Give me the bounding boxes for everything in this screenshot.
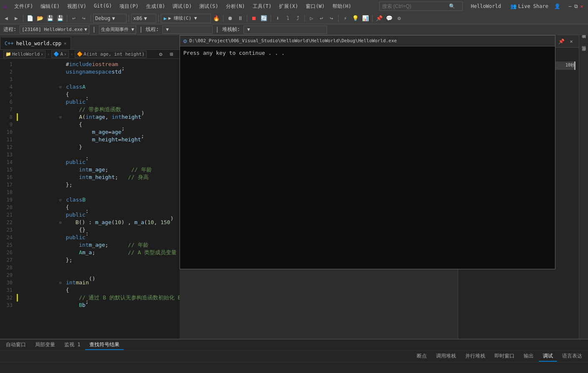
bottom-tab2-breakpoints[interactable]: 断点: [413, 352, 431, 362]
console-body: Press any key to continue . . .: [180, 46, 555, 269]
breadcrumb-class2[interactable]: 🔷 A ›: [51, 51, 68, 58]
thread-dropdown[interactable]: ▼: [162, 26, 213, 34]
step-into-button[interactable]: ⤵: [283, 14, 292, 23]
bottom-tab2-immediate[interactable]: 即时窗口: [490, 352, 519, 362]
settings-toolbar-button[interactable]: ⚙: [395, 14, 404, 23]
search-box[interactable]: 🔍: [379, 2, 463, 11]
split-editor-button[interactable]: ⊞: [167, 50, 176, 59]
memory-button[interactable]: 💡: [351, 14, 360, 23]
toolbar-sep3: [91, 15, 91, 22]
bottom-tab2-output[interactable]: 输出: [520, 352, 538, 362]
bottom-tab-watch[interactable]: 监视 1: [60, 340, 84, 350]
continue-button[interactable]: ▶ ▶ 继续(C) ▼: [161, 14, 211, 23]
menu-help[interactable]: 帮助(H): [329, 2, 355, 11]
toolbar-sep8: [271, 15, 271, 22]
process-dropdown[interactable]: [23168] HelloWorld.exe ▼: [20, 26, 89, 34]
back-button[interactable]: ◀: [2, 14, 11, 23]
breadcrumb-class[interactable]: 📁 HelloWorld ›: [3, 51, 46, 58]
live-share-button[interactable]: 👥 Live Share: [508, 3, 551, 10]
step-out-button[interactable]: ⤴: [293, 14, 302, 23]
close-button[interactable]: ✕: [579, 3, 585, 9]
console-window[interactable]: ⚙ D:\002_Project\006_Visual_Studio\Hello…: [180, 35, 555, 269]
line-num-31: 31: [2, 286, 15, 294]
breadcrumb-sep1: ›: [47, 51, 50, 57]
search-input[interactable]: [382, 3, 449, 9]
code-line-2: using namespace std;: [17, 68, 180, 76]
lifecycle-dropdown[interactable]: 生命周期事件 ▼: [99, 26, 136, 34]
menu-view[interactable]: 视图(V): [64, 2, 90, 11]
toolbar-sep5: [158, 15, 159, 22]
bottom-area: 自动窗口 局部变量 监视 1 查找符号结果 断点 调用堆栈 并行堆栈 即时窗口 …: [0, 339, 588, 373]
breadcrumb-method[interactable]: 🔶 A(int age, int height): [75, 51, 147, 58]
far-right-tab-bp[interactable]: 断点配置: [580, 50, 588, 58]
toolbar-sep6: [223, 15, 223, 22]
menu-build[interactable]: 生成(B): [143, 2, 169, 11]
menu-test[interactable]: 测试(S): [196, 2, 222, 11]
live-share-icon: 👥: [510, 3, 517, 9]
console-titlebar: ⚙ D:\002_Project\006_Visual_Studio\Hello…: [180, 36, 555, 46]
undo-button[interactable]: ↩: [69, 14, 79, 23]
restart-button[interactable]: 🔄: [259, 14, 269, 23]
pause-record-button[interactable]: ⏸: [236, 14, 245, 23]
run-cursor-button[interactable]: ▷: [307, 14, 316, 23]
restore-button[interactable]: ⧉: [573, 3, 579, 9]
debug-config-arrow: ▼: [112, 15, 115, 21]
menu-git[interactable]: Git(G): [91, 2, 115, 11]
performance-button[interactable]: ⚡: [341, 14, 350, 23]
debug-config-dropdown[interactable]: Debug ▼: [93, 14, 127, 23]
far-right-tab-perf[interactable]: 性能探查器: [580, 37, 588, 46]
save-all-button[interactable]: 💾: [56, 14, 65, 23]
process-value: [23168] HelloWorld.exe: [22, 27, 83, 32]
menu-project[interactable]: 项目(P): [116, 2, 142, 11]
menu-analyze[interactable]: 分析(N): [223, 2, 248, 11]
redo-button[interactable]: ↪: [79, 14, 89, 23]
comment-button[interactable]: 💬: [385, 14, 394, 23]
new-file-button[interactable]: 📄: [25, 14, 35, 23]
line-num-29: 29: [2, 271, 15, 279]
fire-button[interactable]: 🔥: [212, 14, 221, 23]
cpu-button[interactable]: 📊: [361, 14, 370, 23]
diag-close-button[interactable]: ✕: [567, 37, 575, 46]
menu-tools[interactable]: 工具(T): [249, 2, 275, 11]
bottom-tab-find-symbol[interactable]: 查找符号结果: [85, 340, 124, 350]
bottom-tab2-callstack[interactable]: 调用堆栈: [432, 352, 460, 362]
account-icon[interactable]: 👤: [554, 3, 560, 9]
bottom-tab2-parallel[interactable]: 并行堆栈: [461, 352, 489, 362]
line-num-22: 22: [2, 219, 15, 226]
forward-button[interactable]: ▶: [12, 14, 21, 23]
platform-dropdown[interactable]: x86 ▼: [131, 14, 156, 23]
editor-settings-button[interactable]: ⚙: [156, 50, 165, 59]
forward-trace-button[interactable]: ↪: [327, 14, 336, 23]
bottom-tab-locals[interactable]: 局部变量: [31, 340, 59, 350]
bottom-tab2-language[interactable]: 语言表达: [558, 352, 586, 362]
menu-extensions[interactable]: 扩展(X): [276, 2, 302, 11]
diagnostics-progress-indicator: [574, 61, 575, 70]
bottom-tab2-debug[interactable]: 调试: [539, 352, 557, 362]
record-button[interactable]: ⏺: [226, 14, 235, 23]
backtrace-button[interactable]: ↩: [317, 14, 326, 23]
diag-pin-button[interactable]: 📌: [557, 37, 565, 46]
minimize-button[interactable]: —: [567, 3, 573, 9]
code-content[interactable]: #include iostream using namespace std; ⊟…: [17, 59, 180, 339]
code-editor[interactable]: 1 2 3 4 5 6 7 8 9 10 11 12 13 14 15 16 1…: [0, 59, 180, 339]
process-bar: 进程: [23168] HelloWorld.exe ▼ │ 生命周期事件 ▼ …: [0, 24, 588, 35]
line-num-3: 3: [2, 76, 15, 83]
menu-edit[interactable]: 编辑(E): [37, 2, 63, 11]
thread-dropdown-arrow: ▼: [166, 27, 169, 32]
step-over-button[interactable]: ⬇: [273, 14, 282, 23]
open-button[interactable]: 📂: [35, 14, 45, 23]
menu-debug[interactable]: 调试(D): [169, 2, 195, 11]
save-button[interactable]: 💾: [46, 14, 55, 23]
tab-close-button[interactable]: ✕: [64, 41, 66, 46]
tab-hello-world[interactable]: C++ hello_world.cpp ✕: [0, 37, 71, 49]
stop-button[interactable]: ⏹: [249, 14, 259, 23]
pin-button[interactable]: 📌: [375, 14, 384, 23]
breadcrumb-class-label: HelloWorld: [12, 51, 40, 57]
line-num-25: 25: [2, 241, 15, 249]
bottom-tab-auto[interactable]: 自动窗口: [2, 340, 30, 350]
menu-window[interactable]: 窗口(W): [302, 2, 328, 11]
stack-dropdown[interactable]: ▼: [243, 26, 327, 34]
line-num-2: 2: [2, 68, 15, 76]
breadcrumb-method-label: A(int age, int height): [84, 51, 144, 57]
menu-file[interactable]: 文件(F): [11, 2, 37, 11]
